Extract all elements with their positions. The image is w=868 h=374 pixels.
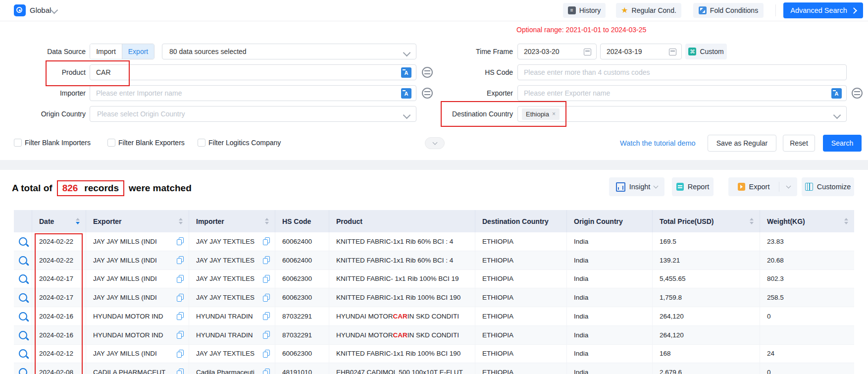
collapse-conditions-button[interactable] (425, 137, 445, 149)
custom-timeframe-button[interactable]: ⌘ Custom (685, 44, 727, 59)
copy-icon[interactable] (263, 294, 270, 302)
translate-icon[interactable]: A (831, 88, 842, 99)
filter-blank-exporters-checkbox[interactable] (107, 139, 115, 147)
product-field[interactable]: A (90, 64, 416, 80)
dedupe-icon[interactable] (852, 88, 863, 99)
hs-code-field[interactable] (517, 64, 847, 80)
view-detail-icon[interactable] (19, 349, 27, 358)
column-header-total-price[interactable]: Total Price(USD) (653, 210, 760, 232)
history-button[interactable]: ≡ History (563, 3, 606, 18)
sort-icon[interactable] (76, 218, 80, 224)
detail-cell (14, 251, 32, 269)
history-icon: ≡ (568, 6, 576, 14)
table-row: 2024-02-16 HYUNDAI MOTOR IND HYUNDAI TRA… (14, 307, 854, 326)
destination-cell: ETHIOPIA (475, 326, 567, 344)
view-detail-icon[interactable] (19, 331, 27, 339)
copy-icon[interactable] (177, 237, 184, 245)
weight-cell: 258.5 (760, 288, 854, 307)
copy-icon[interactable] (263, 350, 270, 358)
column-header-weight[interactable]: Weight(KG) (760, 210, 854, 232)
copy-icon[interactable] (177, 275, 184, 283)
calendar-icon[interactable] (584, 49, 591, 55)
results-summary: A total of 826 records were matched (12, 178, 192, 198)
report-button[interactable]: Report (672, 177, 714, 196)
chevron-down-icon (654, 184, 659, 189)
view-detail-icon[interactable] (19, 293, 27, 302)
copy-icon[interactable] (177, 350, 184, 358)
origin-cell: India (567, 270, 653, 288)
importer-field[interactable]: A (90, 85, 416, 101)
export-tab[interactable]: Export (122, 44, 154, 59)
product-input[interactable] (90, 65, 416, 80)
view-detail-icon[interactable] (19, 368, 27, 374)
column-header-exporter[interactable]: Exporter (86, 210, 189, 232)
column-label: Product (336, 217, 362, 225)
calendar-icon[interactable] (669, 49, 676, 55)
time-frame-label: Time Frame (406, 44, 513, 59)
importer-input[interactable] (90, 86, 416, 101)
sort-icon[interactable] (179, 218, 183, 224)
copy-icon[interactable] (263, 275, 270, 283)
price-cell: 264,120 (653, 326, 760, 344)
sort-icon[interactable] (265, 218, 269, 224)
save-as-regular-button[interactable]: Save as Regular (708, 135, 776, 152)
copy-icon[interactable] (263, 369, 270, 374)
results-count: 826 (62, 183, 78, 194)
column-header-date[interactable]: Date (32, 210, 86, 232)
column-header-product: Product (329, 210, 475, 232)
insight-button[interactable]: Insight (609, 177, 664, 196)
copy-icon[interactable] (263, 312, 270, 320)
destination-country-select[interactable]: Ethiopia × (517, 106, 847, 122)
copy-icon[interactable] (177, 312, 184, 320)
view-detail-icon[interactable] (19, 312, 27, 321)
importer-label: Importer (0, 85, 86, 101)
origin-country-select[interactable]: Please select Origin Country (90, 106, 416, 122)
origin-placeholder: Please select Origin Country (94, 110, 185, 118)
export-dropdown-toggle[interactable] (779, 186, 797, 188)
data-sources-dropdown[interactable]: 80 data sources selected (162, 44, 416, 59)
exporter-field[interactable]: A (517, 85, 847, 101)
advanced-search-button[interactable]: Advanced Search (783, 2, 863, 18)
sort-icon[interactable] (844, 218, 848, 224)
custom-label: Custom (700, 48, 723, 55)
column-header-importer[interactable]: Importer (189, 210, 275, 232)
copy-icon[interactable] (177, 331, 184, 339)
exporter-input[interactable] (518, 86, 846, 101)
table-row: 2024-02-22 JAY JAY MILLS (INDI JAY JAY T… (14, 251, 854, 270)
copy-icon[interactable] (177, 256, 184, 264)
view-detail-icon[interactable] (19, 274, 27, 283)
export-button[interactable]: Export (728, 177, 797, 196)
reset-button[interactable]: Reset (783, 135, 815, 152)
chevron-down-icon[interactable] (51, 6, 58, 14)
hs-code-input[interactable] (518, 65, 846, 80)
destination-cell: ETHIOPIA (475, 307, 567, 325)
tutorial-link[interactable]: Watch the tutorial demo (620, 135, 696, 152)
import-tab[interactable]: Import (90, 44, 122, 59)
advanced-search-label: Advanced Search (790, 6, 847, 14)
remove-tag-icon[interactable]: × (552, 110, 556, 117)
table-row: 2024-02-22 JAY JAY MILLS (INDI JAY JAY T… (14, 232, 854, 251)
copy-icon[interactable] (263, 237, 270, 245)
region-selector[interactable]: Global (30, 0, 51, 21)
price-cell: 264,120 (653, 307, 760, 325)
export-main[interactable]: Export (728, 183, 779, 191)
filter-blank-importers-checkbox[interactable] (14, 139, 22, 147)
start-date-field[interactable] (517, 44, 597, 59)
sort-icon[interactable] (750, 218, 754, 224)
view-detail-icon[interactable] (19, 237, 27, 246)
end-date-field[interactable] (600, 44, 682, 59)
product-cell: KNITTED FABRIC- 1x1 Rib 100% BCI 19 (329, 270, 475, 288)
copy-icon[interactable] (263, 256, 270, 264)
copy-icon[interactable] (263, 331, 270, 339)
view-detail-icon[interactable] (19, 256, 27, 265)
filter-logistics-checkbox[interactable] (198, 139, 205, 147)
search-button[interactable]: Search (823, 135, 862, 152)
regular-cond-button[interactable]: ★ Regular Cond. (616, 3, 681, 18)
fold-conditions-button[interactable]: Fold Conditions (693, 3, 764, 18)
product-cell: EHB0247 CADIMOL 500 100x10T E-FLUT (329, 363, 475, 374)
copy-icon[interactable] (177, 294, 184, 302)
copy-icon[interactable] (177, 369, 184, 374)
column-label: Origin Country (574, 217, 623, 225)
customize-button[interactable]: Customize (802, 177, 854, 196)
importer-cell: Cadila Pharmaceuti (189, 363, 275, 374)
